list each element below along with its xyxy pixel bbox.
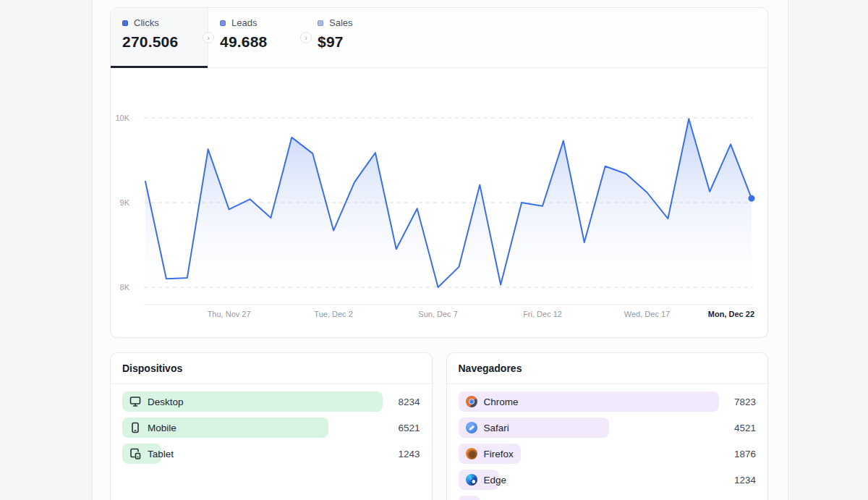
tab-label: Sales [329,17,353,28]
usage-row-mobile[interactable]: Mobile6521 [122,418,420,438]
usage-value: 8234 [398,397,420,407]
smartphone-icon [129,422,141,433]
edge-logo-icon [466,474,477,486]
usage-label: Tablet [148,449,174,459]
usage-value: 1234 [734,475,756,486]
usage-value: 1243 [398,449,420,459]
usage-bar [459,496,480,500]
tab-value: 270.506 [122,33,196,51]
usage-row-edge[interactable]: Edge1234 [459,470,757,490]
series-bullet-icon [122,20,128,26]
svg-text:Mon, Dec 22: Mon, Dec 22 [708,310,754,318]
usage-row-chrome[interactable]: Chrome7823 [459,391,757,412]
tab-clicks[interactable]: Clicks270.506 [111,8,208,67]
devices-card-title: Dispositivos [111,353,432,384]
usage-row-desktop[interactable]: Desktop8234 [122,391,420,412]
svg-text:9K: 9K [120,198,130,207]
browsers-rows: Chrome7823Safari4521Firefox1876Edge1234 [447,384,768,500]
chrome-logo-icon [466,396,477,407]
breakdown-cards-row: Dispositivos Desktop8234Mobile6521Tablet… [110,352,768,500]
tab-value: 49.688 [220,33,294,51]
usage-label: Edge [484,475,507,486]
svg-text:10K: 10K [115,114,129,122]
usage-label: Firefox [484,449,514,459]
usage-label: Chrome [484,397,519,407]
tab-value: $97 [318,33,392,51]
tablet-icon [129,448,141,459]
usage-row-partial[interactable] [459,496,757,500]
main-panel: Clicks270.506Leads49.688Sales$97›› 8K9K1… [92,0,788,500]
usage-value: 6521 [398,423,420,433]
chevron-right-icon[interactable]: › [300,32,312,43]
tab-sales[interactable]: Sales$97 [306,8,404,67]
usage-label: Mobile [148,423,176,433]
series-bullet-icon [220,20,226,26]
safari-logo-icon [466,422,477,433]
svg-text:8K: 8K [120,283,130,292]
devices-card: Dispositivos Desktop8234Mobile6521Tablet… [110,352,433,500]
usage-value: 4521 [734,423,756,433]
tab-leads[interactable]: Leads49.688 [208,8,306,67]
usage-label: Safari [484,423,509,433]
devices-rows: Desktop8234Mobile6521Tablet1243 [111,384,432,464]
usage-row-safari[interactable]: Safari4521 [459,418,757,438]
svg-text:Tue, Dec 2: Tue, Dec 2 [314,310,352,318]
usage-row-tablet[interactable]: Tablet1243 [122,444,420,464]
tab-label: Clicks [134,17,159,28]
usage-value: 1876 [734,449,756,459]
svg-text:Fri, Dec 12: Fri, Dec 12 [523,310,562,318]
usage-value: 7823 [734,397,756,407]
svg-text:Wed, Dec 17: Wed, Dec 17 [624,310,670,318]
svg-text:Sun, Dec 7: Sun, Dec 7 [418,310,457,318]
metric-tabs: Clicks270.506Leads49.688Sales$97›› [111,8,767,68]
firefox-logo-icon [466,448,477,459]
clicks-trend-chart[interactable]: 8K9K10KThu, Nov 27Tue, Dec 2Sun, Dec 7Fr… [111,68,767,337]
metrics-chart-card: Clicks270.506Leads49.688Sales$97›› 8K9K1… [110,7,768,338]
usage-row-firefox[interactable]: Firefox1876 [459,444,757,464]
usage-label: Desktop [148,397,184,407]
browsers-card-title: Navegadores [447,353,768,384]
svg-text:Thu, Nov 27: Thu, Nov 27 [208,310,251,318]
browsers-card: Navegadores Chrome7823Safari4521Firefox1… [446,352,769,500]
tab-label: Leads [231,17,257,28]
series-bullet-icon [318,20,323,26]
chevron-right-icon[interactable]: › [203,32,214,43]
monitor-icon [129,396,141,407]
area-chart-canvas[interactable]: 8K9K10KThu, Nov 27Tue, Dec 2Sun, Dec 7Fr… [111,68,767,337]
